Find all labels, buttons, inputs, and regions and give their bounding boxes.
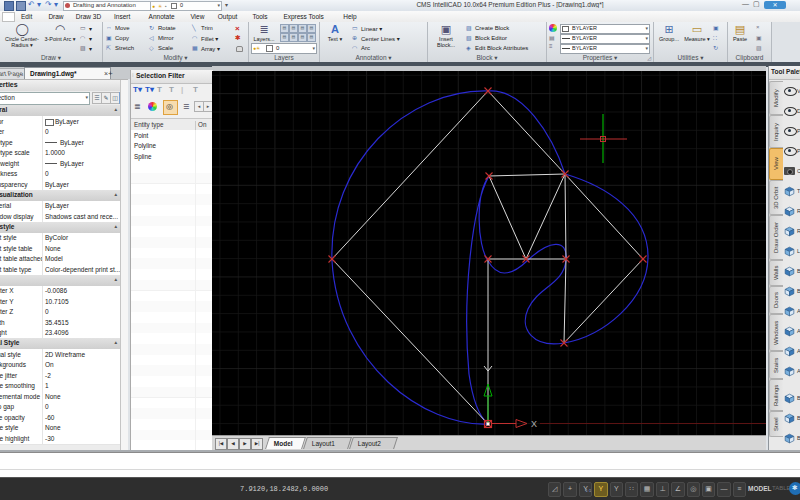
layer-tool-3[interactable]: ▤ (307, 24, 316, 33)
palette-item[interactable]: L (783, 243, 800, 261)
clipboard-small-2[interactable]: ▨ (756, 44, 762, 51)
ortho-toggle[interactable]: ⊥ (656, 482, 669, 497)
filter-tool-0[interactable]: T▾ (133, 85, 142, 94)
esnap-toggle[interactable]: ◎ (687, 482, 700, 497)
doc-tab-active[interactable]: Drawing1.dwg*× (24, 67, 111, 79)
modify-mirror[interactable]: ◁Mirror (149, 34, 191, 43)
command-line-area[interactable] (0, 452, 800, 478)
layout-tab-layout2[interactable]: Layout2 (349, 437, 398, 449)
layer-tool-1[interactable]: ▤ (289, 24, 298, 33)
palette-tab-draw-order[interactable]: Draw Order (769, 215, 783, 260)
block-edit-block-attributes[interactable]: ◈Edit Block Attributes (466, 44, 544, 53)
palette-item[interactable]: A (783, 303, 800, 321)
linetype-icon[interactable]: ▤ (549, 34, 555, 41)
palette-item[interactable]: R (783, 203, 800, 221)
annotation-scale[interactable]: Y1:1 (579, 482, 592, 497)
property-value-cell[interactable]: 0 (43, 307, 120, 318)
circle-center-radius-button[interactable]: ◯Circle Center-Radius ▾ (2, 23, 42, 54)
etrack-toggle[interactable]: ▣ (702, 482, 715, 497)
qat-layer-combo[interactable]: ●☀▪0▾ (150, 1, 222, 11)
explode-button[interactable]: ✱ (235, 34, 241, 42)
section-label-draw[interactable]: Draw ▾ (0, 54, 102, 62)
polyline-entity[interactable] (564, 259, 566, 343)
polar-toggle[interactable]: ∠ (671, 482, 684, 497)
palette-item[interactable]: A (783, 343, 800, 361)
property-value-cell[interactable]: 23.4096 (43, 328, 120, 339)
palette-tab-inquiry[interactable]: Inquiry (769, 115, 783, 148)
palette-tab-doors[interactable]: Doors (769, 286, 783, 314)
property-value-cell[interactable]: -0.0086 (43, 286, 120, 297)
modify-scale[interactable]: ◇Scale (149, 44, 191, 53)
draw-small-2[interactable]: ▨▾ (80, 44, 98, 53)
text-button[interactable]: AText ▾ (322, 23, 348, 54)
save-icon[interactable] (4, 1, 14, 11)
paste-button[interactable]: ▤Paste (729, 23, 751, 54)
annotation-center-lines[interactable]: ⊕Center Lines ▾ (352, 34, 424, 43)
property-value-cell[interactable]: 10.7105 (43, 296, 120, 307)
new-tab-button[interactable]: + (108, 69, 113, 78)
property-value-cell[interactable]: Color-dependent print st... (43, 264, 120, 275)
palette-item[interactable]: B (783, 390, 800, 408)
palette-tab-walls[interactable]: Walls (769, 260, 783, 286)
polyline-entity[interactable] (565, 174, 566, 259)
polyline-entity[interactable] (489, 174, 565, 176)
property-value-cell[interactable]: None (43, 243, 120, 254)
clipboard-small-0[interactable]: × (756, 24, 760, 30)
three-point-arc-button[interactable]: ◠3-Point Arc ▾ (44, 23, 76, 54)
property-value-cell[interactable]: On (43, 360, 120, 371)
utilities-small-1[interactable]: ∷ (713, 34, 717, 41)
polyline-entity[interactable] (564, 259, 643, 343)
property-value-cell[interactable]: ByLayer (43, 158, 120, 169)
section-label-modify[interactable]: Modify ▾ (103, 54, 248, 62)
clipboard-small-1[interactable]: ▣ (756, 34, 762, 41)
app-menu-button[interactable] (2, 12, 15, 22)
palette-tab-railings[interactable]: Railings (769, 379, 783, 411)
annotation-arc[interactable]: ◠Arc (352, 44, 424, 53)
section-label-properties[interactable]: Properties ▾ (547, 54, 653, 62)
redo-button[interactable]: ↷ ▾ (45, 0, 58, 9)
group-button[interactable]: ⊞Group... (655, 23, 683, 54)
drawing-canvas[interactable]: X (212, 71, 766, 435)
modify-array[interactable]: ▦Array ▾ (192, 44, 234, 53)
layer-tool-6[interactable]: ▤ (298, 33, 307, 42)
filter-list-icon[interactable]: ☰ (183, 103, 189, 111)
filter-layers-icon[interactable]: ≣ (134, 102, 141, 111)
property-value-cell[interactable]: 0 (43, 402, 120, 413)
block-create-block[interactable]: ▨Create Block (466, 24, 544, 33)
properties-scrollbar[interactable] (120, 80, 128, 451)
filter-tool-3[interactable]: T (169, 85, 174, 94)
insert-block-button[interactable]: ▣Insert Block... (430, 23, 462, 54)
selection-combo[interactable]: No selection▾ (0, 92, 90, 105)
palette-item[interactable]: R (783, 223, 800, 241)
crosshair-toggle[interactable]: + (563, 482, 576, 497)
color-wheel-icon[interactable] (549, 24, 557, 32)
menu-item-tools[interactable]: Tools (249, 12, 270, 21)
polyline-entity[interactable] (488, 91, 565, 174)
layout-tab-model[interactable]: Model (265, 437, 306, 449)
properties-combo-1[interactable]: BYLAYER▾ (560, 34, 650, 44)
utilities-small-0[interactable]: ▣ (713, 24, 719, 31)
section-label-layers[interactable]: Layers (249, 54, 319, 62)
properties-dialog-launcher[interactable]: ◿ (647, 55, 651, 61)
modify-copy[interactable]: ▣Copy (106, 34, 148, 43)
layout-tab-layout1[interactable]: Layout1 (303, 437, 352, 449)
properties-combo-2[interactable]: BYLAYER▾ (560, 44, 650, 54)
property-value-cell[interactable]: None (43, 423, 120, 434)
filter-tool-1[interactable]: T▾ (145, 85, 154, 94)
annotation-autoscale[interactable]: Y (610, 482, 623, 497)
measure-button[interactable]: ▭Measure ▾ (684, 23, 710, 54)
palette-item[interactable]: B (783, 263, 800, 281)
property-value-cell[interactable]: ByLayer (43, 137, 120, 148)
draw-small-1[interactable]: ◠▾ (80, 34, 98, 43)
modify-rotate[interactable]: ↻Rotate (149, 24, 191, 33)
undo-button[interactable]: ↶ ▾ (28, 0, 41, 9)
polyline-entity[interactable] (489, 176, 526, 259)
modify-fillet[interactable]: ◠Fillet ▾ (192, 34, 234, 43)
menu-item-draw[interactable]: Draw (45, 12, 66, 21)
close-button[interactable]: ✕ (764, 1, 786, 9)
property-value-cell[interactable]: ByLayer (43, 179, 120, 190)
property-value-cell[interactable]: 1.0000 (43, 148, 120, 159)
menu-item-help[interactable]: Help (340, 12, 359, 21)
filter-active-tool[interactable]: ◎ (163, 100, 178, 115)
modify-stretch[interactable]: ⇱Stretch (106, 44, 148, 53)
